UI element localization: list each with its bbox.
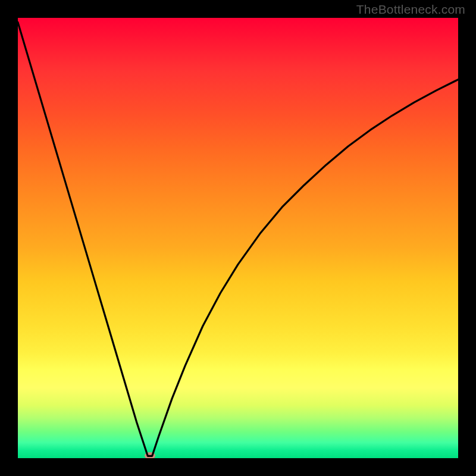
watermark-text: TheBottleneck.com <box>356 2 465 17</box>
plot-area <box>18 18 458 458</box>
curve-svg <box>18 18 458 458</box>
bottleneck-curve <box>18 22 458 456</box>
